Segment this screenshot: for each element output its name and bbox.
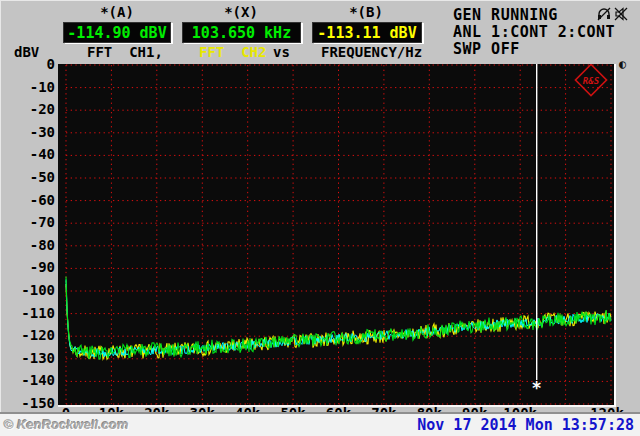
y-tick-label: -80 (3, 237, 55, 253)
y-tick-label: -40 (3, 146, 55, 162)
y-tick-label: -70 (3, 214, 55, 230)
vs-label: vs (273, 44, 290, 60)
readout-x-label: *(X) (224, 4, 258, 20)
status-sweep: SWP OFF (453, 40, 520, 58)
x-quantity-label: FREQUENCY/Hz (321, 44, 422, 60)
headphones-muted-icon (597, 7, 611, 21)
datetime: Nov 17 2014 Mon 13:57:28 (417, 416, 634, 434)
trace1-label: FFT CH1, (87, 44, 163, 60)
cursor-marker[interactable]: * (532, 378, 542, 398)
readout-b-value: -113.11 dBV (317, 24, 416, 42)
readout-a-value-box: -114.90 dBV (63, 22, 171, 43)
y-tick-label: -140 (3, 372, 55, 388)
y-tick-label: -30 (3, 124, 55, 140)
y-tick-label: -100 (3, 282, 55, 298)
y-tick-label: -150 (3, 395, 55, 411)
y-tick-label: -60 (3, 192, 55, 208)
status-analyzer: ANL 1:CONT 2:CONT (453, 23, 615, 41)
trace2-label: FFT CH2 (199, 44, 266, 60)
fft-plot-svg: * R&S (58, 64, 614, 405)
footer-bar: © KenRockwell.com Nov 17 2014 Mon 13:57:… (0, 412, 640, 436)
readout-b-label: *(B) (349, 4, 383, 20)
svg-text:R&S: R&S (583, 76, 600, 86)
y-tick-label: -10 (3, 79, 55, 95)
analyzer-screenshot: *(A) *(X) *(B) -114.90 dBV 103.650 kHz -… (0, 0, 640, 436)
readout-x-value: 103.650 kHz (192, 24, 291, 42)
instrument-screen: *(A) *(X) *(B) -114.90 dBV 103.650 kHz -… (0, 0, 640, 412)
y-tick-label: -110 (3, 305, 55, 321)
y-tick-label: -120 (3, 327, 55, 343)
watermark: © KenRockwell.com (4, 417, 128, 432)
y-tick-label: -130 (3, 350, 55, 366)
readout-a-value: -114.90 dBV (67, 24, 166, 42)
y-tick-label: -90 (3, 259, 55, 275)
readout-a-label: *(A) (100, 4, 134, 20)
readout-x-value-box: 103.650 kHz (182, 22, 301, 43)
y-tick-label: -50 (3, 169, 55, 185)
fft-plot-area[interactable]: * R&S (58, 64, 616, 407)
rs-logo: R&S (575, 64, 606, 95)
y-tick-label: 0 (3, 56, 55, 72)
readout-b-value-box: -113.11 dBV (312, 22, 422, 43)
status-generator: GEN RUNNING (453, 6, 558, 24)
y-tick-label: -20 (3, 101, 55, 117)
contrast-icon: ◐ (619, 57, 626, 71)
speaker-muted-icon (614, 7, 628, 21)
